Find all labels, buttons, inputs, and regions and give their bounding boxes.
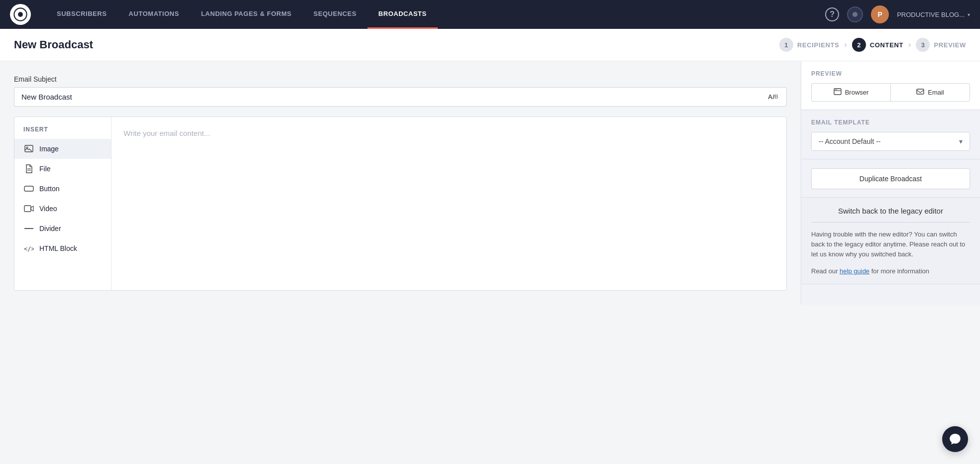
- nav-sequences[interactable]: SEQUENCES: [303, 0, 368, 29]
- help-guide-link[interactable]: help guide: [840, 267, 869, 275]
- help-button[interactable]: ?: [825, 7, 839, 21]
- svg-point-1: [18, 12, 23, 17]
- insert-image-label: Image: [39, 145, 59, 153]
- email-icon: [916, 89, 924, 96]
- notification-button[interactable]: [847, 6, 863, 22]
- nav-automations[interactable]: AUTOMATIONS: [118, 0, 190, 29]
- browser-icon: [834, 88, 842, 97]
- divider-icon: [23, 223, 34, 234]
- insert-video-label: Video: [39, 205, 57, 213]
- html-icon: </>: [23, 243, 34, 254]
- nav-links: SUBSCRIBERS AUTOMATIONS LANDING PAGES & …: [46, 0, 825, 29]
- account-menu[interactable]: PRODUCTIVE BLOG... ▾: [897, 11, 970, 18]
- step-content[interactable]: 2 CONTENT: [852, 38, 903, 52]
- navbar-right: ? P PRODUCTIVE BLOG... ▾: [825, 5, 970, 23]
- right-sidebar: PREVIEW Browser: [801, 61, 980, 305]
- insert-panel: INSERT Image: [14, 117, 112, 290]
- step-arrow-2: ›: [908, 40, 911, 49]
- legacy-editor-desc: Having trouble with the new editor? You …: [811, 230, 970, 266]
- insert-button-label: Button: [39, 185, 59, 193]
- video-icon: [23, 203, 34, 214]
- email-subject-input[interactable]: [14, 87, 760, 107]
- svg-rect-7: [24, 206, 31, 212]
- steps: 1 RECIPIENTS › 2 CONTENT › 3 PREVIEW: [779, 38, 966, 52]
- step-1-label: RECIPIENTS: [797, 41, 840, 49]
- template-value: -- Account Default --: [819, 137, 881, 145]
- svg-point-13: [836, 89, 837, 90]
- template-section-title: EMAIL TEMPLATE: [811, 119, 970, 126]
- avatar[interactable]: P: [871, 5, 889, 23]
- ab-a-label: A: [768, 93, 772, 101]
- legacy-editor-section: Switch back to the legacy editor Having …: [801, 198, 980, 284]
- ab-test-button[interactable]: A / B: [760, 87, 787, 107]
- step-preview[interactable]: 3 PREVIEW: [916, 38, 966, 52]
- preview-buttons: Browser Email: [811, 83, 970, 102]
- insert-image-item[interactable]: Image: [14, 139, 111, 159]
- svg-point-12: [835, 89, 836, 90]
- email-label: Email: [928, 89, 944, 96]
- step-2-number: 2: [852, 38, 866, 52]
- step-3-number: 3: [916, 38, 930, 52]
- template-select[interactable]: -- Account Default -- ▾: [811, 132, 970, 151]
- svg-point-3: [26, 147, 28, 148]
- button-icon: [23, 183, 34, 194]
- account-name: PRODUCTIVE BLOG...: [897, 11, 965, 18]
- email-preview-button[interactable]: Email: [890, 83, 970, 102]
- step-recipients[interactable]: 1 RECIPIENTS: [779, 38, 840, 52]
- insert-html-item[interactable]: </> HTML Block: [14, 238, 111, 258]
- email-subject-label: Email Subject: [14, 75, 787, 83]
- browser-label: Browser: [845, 89, 869, 96]
- svg-text:</>: </>: [24, 245, 34, 252]
- editor-content-area[interactable]: Write your email content...: [112, 117, 786, 290]
- email-template-section: EMAIL TEMPLATE -- Account Default -- ▾: [801, 110, 980, 159]
- editor-body: INSERT Image: [14, 116, 787, 291]
- insert-html-label: HTML Block: [39, 244, 77, 252]
- page-title: New Broadcast: [14, 38, 93, 51]
- insert-title: INSERT: [14, 126, 111, 139]
- ab-b-label: B: [774, 94, 778, 100]
- duplicate-section: Duplicate Broadcast: [801, 159, 980, 198]
- template-chevron-icon: ▾: [959, 137, 963, 145]
- nav-broadcasts[interactable]: BROADCASTS: [368, 0, 438, 29]
- step-1-number: 1: [779, 38, 793, 52]
- account-chevron-icon: ▾: [968, 12, 970, 17]
- logo[interactable]: [10, 4, 31, 25]
- preview-section: PREVIEW Browser: [801, 61, 980, 110]
- insert-file-item[interactable]: File: [14, 159, 111, 179]
- legacy-help-text: Read our help guide for more information: [811, 266, 970, 283]
- file-icon: [23, 163, 34, 174]
- image-icon: [23, 143, 34, 154]
- editor-panel: Email Subject A / B INSERT: [0, 61, 801, 305]
- preview-section-title: PREVIEW: [811, 70, 970, 77]
- svg-rect-6: [24, 186, 33, 191]
- editor-placeholder: Write your email content...: [123, 129, 210, 137]
- insert-divider-label: Divider: [39, 225, 61, 232]
- step-arrow-1: ›: [844, 40, 847, 49]
- legacy-editor-button[interactable]: Switch back to the legacy editor: [811, 207, 970, 223]
- step-3-label: PREVIEW: [934, 41, 966, 49]
- nav-subscribers[interactable]: SUBSCRIBERS: [46, 0, 118, 29]
- insert-button-item[interactable]: Button: [14, 179, 111, 199]
- insert-video-item[interactable]: Video: [14, 199, 111, 219]
- svg-rect-14: [917, 89, 924, 94]
- step-2-label: CONTENT: [870, 41, 903, 49]
- insert-file-label: File: [39, 165, 51, 173]
- subject-row: A / B: [14, 87, 787, 107]
- nav-landing-pages[interactable]: LANDING PAGES & FORMS: [190, 0, 303, 29]
- insert-divider-item[interactable]: Divider: [14, 219, 111, 238]
- browser-preview-button[interactable]: Browser: [811, 83, 890, 102]
- duplicate-broadcast-button[interactable]: Duplicate Broadcast: [811, 168, 970, 189]
- page-header: New Broadcast 1 RECIPIENTS › 2 CONTENT ›…: [0, 29, 980, 61]
- navbar: SUBSCRIBERS AUTOMATIONS LANDING PAGES & …: [0, 0, 980, 29]
- content-area: Email Subject A / B INSERT: [0, 61, 980, 305]
